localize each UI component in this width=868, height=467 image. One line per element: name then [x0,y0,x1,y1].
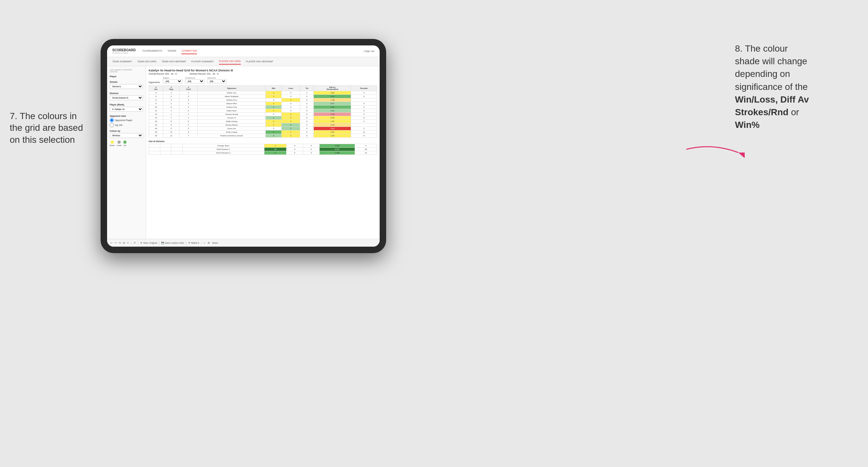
division-select[interactable]: NCAA Division III [110,95,143,100]
subnav-team-summary[interactable]: TEAM SUMMARY [112,59,132,64]
table-row: 18 2 2 Euna Lee 0 3 0 -5.00 2 [149,127,377,130]
cell-reg: 2 [163,95,180,98]
cell-diff: 4.500 [320,144,355,148]
cell-tie: 0 [300,102,314,105]
cell-tie: 0 [300,120,314,123]
cell-opponent: Sydney Kuo [197,98,266,102]
undo-icon[interactable]: ↩ [110,242,113,244]
cell-tie: 0 [300,109,314,113]
region-select[interactable]: (All) [163,79,182,84]
cell-reg: 3 [163,98,180,102]
cell-div: 11 [149,109,163,113]
cell-loss: 0 [286,148,303,151]
cell-loss: 0 [286,151,303,155]
cell-reg: 1 [163,91,180,95]
cell-opponent: NCAA Division 2 [182,151,264,155]
cell-reg: 7 [163,116,180,120]
arrow-right-grid [680,133,745,165]
player-rank-select[interactable]: 8. Katelyn Vo [110,107,143,112]
cell-rounds: 4 [351,105,377,109]
radio-top100[interactable]: Top 100 [110,123,143,127]
cell-conf [171,151,183,155]
cell-tie: 1 [300,91,314,95]
cell-win: 1 [266,123,282,127]
subnav-team-h2h-heatmap[interactable]: TEAM H2H HEATMAP [162,59,186,64]
col-win: Win [266,86,282,91]
cell-reg: 1 [163,113,180,116]
region-filter: Region (All) [163,77,182,84]
subnav-player-h2h-grid[interactable]: PLAYER H2H GRID [219,58,241,65]
player-rank-section: Player (Rank) 8. Katelyn Vo [110,103,143,112]
colour-by-select[interactable]: Win/loss [110,133,143,138]
nav-committee[interactable]: COMMITTEE [181,48,197,54]
cell-div: 15 [149,120,163,123]
annotation-right: 8. The colour shade will change dependin… [735,42,858,131]
col-reg: #Reg [163,86,180,91]
cell-div: 16 [149,123,163,127]
copy-icon[interactable]: ⧉ [123,242,125,245]
cell-tie: 0 [300,95,314,98]
col-div: #Div [149,86,163,91]
cell-reg [160,151,171,155]
table-row: 13 1 1 Jessica Huang 0 1 0 -3.00 2 [149,113,377,116]
cell-loss: 2 [282,123,300,127]
subnav-player-summary[interactable]: PLAYER SUMMARY [191,59,214,64]
cell-rounds [351,98,377,102]
conference-select[interactable]: (All) [185,79,205,84]
cell-opponent: NAIA Division 1 [182,148,264,151]
cell-opponent: Emily Chang [197,130,266,134]
subnav-team-h2h-grid[interactable]: TEAM H2H GRID [137,59,156,64]
cell-div: 10 [149,105,163,109]
grid-record: Overall Record: 353 - 34 - 6 Division Re… [149,73,377,75]
nav-links: TOURNAMENTS TEAMS COMMITTEE [142,48,364,54]
cell-loss: 1 [282,98,300,102]
legend-up: Up [123,141,127,146]
view-original-btn[interactable]: 👁 View: Original [140,242,157,244]
col-loss: Loss [282,86,300,91]
toolbar-sep-3 [159,241,159,245]
cell-reg: 11 [163,130,180,134]
table-row: 6 3 3 Sydney Kuo 0 1 0 -1.00 [149,98,377,102]
opponent-select[interactable]: (All) [207,79,226,84]
cell-reg: 3 [163,123,180,127]
resize-icon[interactable]: ⤢ [204,242,206,244]
cell-win: 0 [266,98,282,102]
cell-rounds: 2 [351,113,377,116]
cell-win: 1 [266,102,282,105]
toolbar-sep-5 [201,241,202,245]
cell-win: 1 [266,120,282,123]
cell-opponent: Stella Cheng [197,120,266,123]
step-back-icon[interactable]: ⟲ [119,242,121,244]
save-custom-view-btn[interactable]: 💾 Save Custom View [161,242,184,244]
tablet-frame: SCOREBOARD Powered by clippd TOURNAMENTS… [101,39,386,253]
radio-opponents-played[interactable]: Opponents Played [110,118,143,122]
cell-div: 14 [149,116,163,120]
cell-conf: 4 [180,102,197,105]
clock-icon[interactable]: ⏱ [133,242,136,244]
nav-sign-out[interactable]: | Sign out [364,50,374,53]
legend-level: Level [117,141,121,146]
cell-win: 1 [266,91,282,95]
cell-reg [160,148,171,151]
table-row: 15 8 5 Stella Cheng 1 1 0 1.25 4 [149,120,377,123]
grid-icon[interactable]: ⊞ [208,242,210,244]
watch-btn[interactable]: 👁 Watch ▾ [188,242,199,244]
tablet-screen: SCOREBOARD Powered by clippd TOURNAMENTS… [107,45,380,247]
table-row: 9 1 4 Sharon Mun 1 0 0 3.67 3 [149,102,377,105]
nav-teams[interactable]: TEAMS [167,48,177,54]
share-btn[interactable]: Share [212,242,218,244]
cut-icon[interactable]: ✂ [127,242,129,244]
cell-conf: 5 [180,120,197,123]
cell-opponent: Federica Domecq Lacroze [197,134,266,137]
cell-win: 1 [266,95,282,98]
redo-icon[interactable]: ↪ [115,242,117,244]
subnav-player-h2h-heatmap[interactable]: PLAYER H2H HEATMAP [246,59,273,64]
cell-win: 1 [265,144,286,148]
nav-tournaments[interactable]: TOURNAMENTS [142,48,162,54]
toolbar-sep-1 [131,241,131,245]
gender-select[interactable]: Women's [110,84,143,89]
table-row: 20 11 7 Federica Domecq Lacroze 2 1 0 1.… [149,134,377,137]
cell-conf: 1 [180,91,197,95]
cell-rounds: 11 [351,130,377,134]
cell-tie: 0 [300,113,314,116]
